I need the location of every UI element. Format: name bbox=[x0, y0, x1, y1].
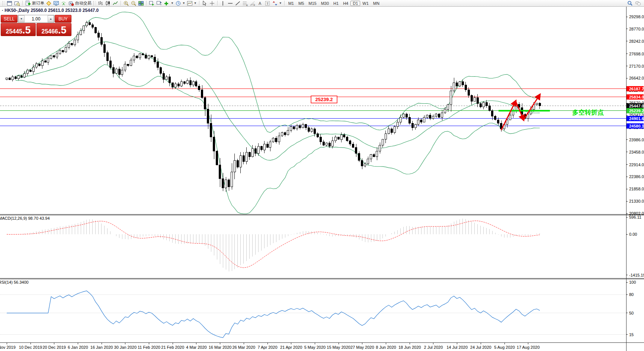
rsi-indicator-label: RSI(14) 56.3400 bbox=[0, 280, 29, 284]
volume-increase-button[interactable]: ▲ bbox=[48, 15, 54, 22]
svg-text:23458.0: 23458.0 bbox=[629, 150, 644, 154]
svg-text:24580.1: 24580.1 bbox=[629, 124, 644, 128]
svg-text:5 Aug 2020: 5 Aug 2020 bbox=[494, 345, 515, 350]
svg-text:26 Mar 2020: 26 Mar 2020 bbox=[232, 345, 255, 350]
svg-text:27170.0: 27170.0 bbox=[629, 64, 644, 68]
svg-text:24901.6: 24901.6 bbox=[629, 116, 644, 121]
svg-text:Nov 2019: Nov 2019 bbox=[0, 345, 16, 350]
svg-text:16 Mar 2020: 16 Mar 2020 bbox=[209, 345, 232, 350]
sell-price-pip: .5 bbox=[22, 26, 31, 35]
chart-symbol-period: HK50-,Daily bbox=[4, 8, 29, 13]
svg-text:25447.0: 25447.0 bbox=[629, 104, 644, 108]
mt4-window: 新订单 自动交易 bbox=[0, 0, 644, 351]
svg-text:15: 15 bbox=[629, 332, 634, 337]
trend-arrow-3[interactable] bbox=[523, 94, 540, 120]
price-flag-24580.1: 24580.1 bbox=[627, 123, 644, 129]
svg-text:27 May 2020: 27 May 2020 bbox=[350, 345, 374, 350]
price-flag-25834: 25834.0 bbox=[627, 94, 644, 100]
svg-text:18 Jun 2020: 18 Jun 2020 bbox=[398, 345, 421, 350]
svg-text:50: 50 bbox=[629, 311, 634, 315]
svg-text:80: 80 bbox=[629, 292, 634, 297]
sell-button[interactable]: SELL bbox=[1, 15, 17, 23]
panel-separators[interactable] bbox=[0, 7, 644, 351]
price-flag-25447: 25447.0 bbox=[627, 103, 644, 109]
macd-histogram bbox=[7, 219, 540, 271]
price-flag-25239.2: 25239.2 bbox=[627, 108, 644, 113]
svg-text:21858.0: 21858.0 bbox=[629, 187, 644, 191]
buy-price-main: 25466 bbox=[41, 29, 58, 35]
svg-text:-1415.19: -1415.19 bbox=[629, 273, 644, 277]
volume-value[interactable]: 1.00 bbox=[25, 15, 48, 22]
svg-text:29298.0: 29298.0 bbox=[629, 15, 644, 19]
price-level-callout[interactable]: 25239.2 bbox=[311, 96, 337, 103]
svg-text:4 Mar 2020: 4 Mar 2020 bbox=[186, 345, 207, 350]
svg-text:2 Jul 2020: 2 Jul 2020 bbox=[424, 345, 443, 350]
buy-price[interactable]: 25466.5 bbox=[36, 23, 71, 36]
svg-text:23986.0: 23986.0 bbox=[629, 138, 644, 142]
svg-text:5 May 2020: 5 May 2020 bbox=[304, 345, 326, 350]
bollinger-lower-band bbox=[16, 65, 540, 214]
svg-text:22914.0: 22914.0 bbox=[629, 162, 644, 167]
svg-text:21 Apr 2020: 21 Apr 2020 bbox=[280, 345, 302, 350]
svg-text:26642.0: 26642.0 bbox=[629, 76, 644, 80]
sell-price-main: 25445 bbox=[6, 29, 22, 35]
svg-text:22386.0: 22386.0 bbox=[629, 174, 644, 179]
svg-text:6 Jan 2020: 6 Jan 2020 bbox=[68, 345, 88, 350]
svg-text:10 Dec 2019: 10 Dec 2019 bbox=[19, 345, 42, 350]
chart-title: · HK50-,Daily 25560.0 25611.0 25323.0 25… bbox=[2, 8, 99, 13]
buy-price-pip: .5 bbox=[58, 26, 67, 35]
svg-text:16 Jan 2020: 16 Jan 2020 bbox=[90, 345, 113, 350]
price-flag-24901.6: 24901.6 bbox=[627, 116, 644, 121]
svg-text:100: 100 bbox=[629, 280, 636, 284]
price-flag-26187.7: 26187.7 bbox=[627, 86, 644, 91]
one-click-trading-panel: SELL ▼ 1.00 ▲ BUY 25445.5 25466.5 bbox=[1, 15, 71, 36]
chart-bullet: · bbox=[2, 8, 3, 13]
svg-text:27698.0: 27698.0 bbox=[629, 52, 644, 56]
svg-text:28242.0: 28242.0 bbox=[629, 39, 644, 44]
macd-indicator-label: MACD(12,26,9) 98.70 43.94 bbox=[0, 216, 50, 220]
chart-ohlc-values: 25560.0 25611.0 25323.0 25447.0 bbox=[31, 8, 99, 13]
turning-point-label[interactable]: 多空转折点 bbox=[572, 109, 604, 116]
candles-layer bbox=[6, 21, 541, 192]
svg-text:26187.7: 26187.7 bbox=[629, 87, 644, 91]
svg-text:25834.0: 25834.0 bbox=[629, 95, 644, 99]
svg-text:15 May 2020: 15 May 2020 bbox=[327, 345, 350, 350]
svg-text:14 Jul 2020: 14 Jul 2020 bbox=[446, 345, 468, 350]
sell-price[interactable]: 25445.5 bbox=[1, 23, 36, 36]
price-axis[interactable]: 29298.028770.028242.027698.027170.026642… bbox=[626, 15, 644, 216]
buy-button[interactable]: BUY bbox=[55, 15, 71, 23]
svg-text:21 Feb 2020: 21 Feb 2020 bbox=[161, 345, 184, 350]
volume-decrease-button[interactable]: ▼ bbox=[18, 15, 25, 22]
chart-canvas[interactable]: 25239.2多空转折点29298.028770.028242.027698.0… bbox=[0, 0, 644, 351]
svg-text:20 Dec 2019: 20 Dec 2019 bbox=[43, 345, 66, 350]
svg-text:8 Jun 2020: 8 Jun 2020 bbox=[376, 345, 396, 350]
svg-text:0.00: 0.00 bbox=[629, 232, 637, 236]
bollinger-bands bbox=[16, 12, 540, 214]
svg-text:25239.2: 25239.2 bbox=[315, 97, 333, 102]
svg-text:28770.0: 28770.0 bbox=[629, 27, 644, 31]
svg-text:11 Feb 2020: 11 Feb 2020 bbox=[138, 345, 160, 350]
svg-text:7 Apr 2020: 7 Apr 2020 bbox=[257, 345, 277, 350]
bollinger-middle-band bbox=[16, 42, 540, 160]
date-axis[interactable]: Nov 201910 Dec 201920 Dec 20196 Jan 2020… bbox=[0, 343, 540, 350]
svg-text:24 Jul 2020: 24 Jul 2020 bbox=[470, 345, 491, 350]
svg-text:596.11: 596.11 bbox=[629, 215, 641, 219]
svg-text:30 Jan 2020: 30 Jan 2020 bbox=[114, 345, 137, 350]
rsi-axis[interactable]: 100805015 bbox=[626, 280, 636, 336]
svg-text:25239.2: 25239.2 bbox=[629, 109, 644, 113]
svg-text:21330.0: 21330.0 bbox=[629, 199, 644, 203]
svg-text:17 Aug 2020: 17 Aug 2020 bbox=[517, 345, 540, 350]
rsi-line bbox=[7, 291, 540, 338]
volume-stepper: ▼ 1.00 ▲ bbox=[18, 15, 54, 23]
macd-axis[interactable]: 596.110.00-1415.19 bbox=[626, 215, 644, 277]
